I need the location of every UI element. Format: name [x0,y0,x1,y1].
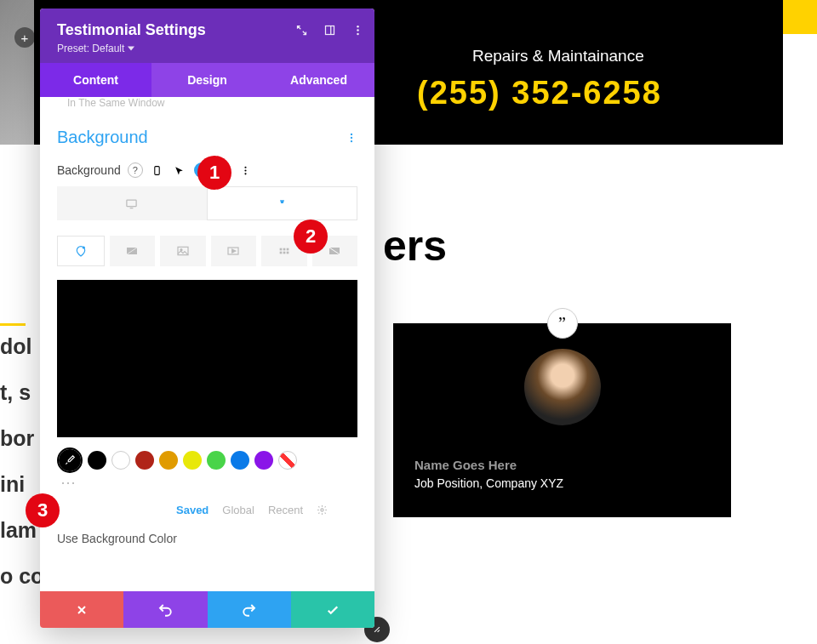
svg-point-6 [351,136,352,138]
hover-icon[interactable] [172,162,187,178]
header-phone: (255) 352-6258 [417,75,662,111]
bg-type-color[interactable] [57,236,105,266]
palette-settings-icon[interactable] [317,504,328,516]
annotation-3: 3 [26,493,60,527]
responsive-desktop[interactable] [57,186,207,220]
responsive-icon[interactable] [150,162,165,178]
snap-icon[interactable] [323,24,336,37]
more-swatches-icon[interactable]: ⋯ [60,473,357,492]
svg-point-4 [357,33,359,36]
swatch-row [57,447,357,473]
tab-design[interactable]: Design [151,63,263,97]
bg-type-image[interactable] [160,236,206,266]
svg-point-11 [245,173,247,174]
svg-point-2 [357,26,359,28]
svg-point-14 [83,247,84,248]
eyedropper-button[interactable] [57,447,83,473]
color-preview[interactable] [57,280,357,437]
redo-button[interactable] [208,591,291,628]
svg-rect-21 [286,248,289,251]
svg-point-26 [321,509,323,511]
swatch-transparent[interactable] [278,451,297,470]
use-background-color-label: Use Background Color [57,532,357,545]
section-title-background[interactable]: Background [57,128,148,147]
add-section-button[interactable]: + [14,27,35,48]
swatch-orange[interactable] [159,451,178,470]
svg-rect-8 [155,166,159,174]
swatch-black[interactable] [88,451,106,470]
swatch-red[interactable] [135,451,154,470]
panel-tabs: Content Design Advanced [40,63,374,97]
bg-type-gradient[interactable] [110,236,156,266]
header-tagline: Repairs & Maintainance [472,47,644,66]
svg-point-3 [357,29,359,31]
testimonial-name: Name Goes Here [414,458,517,472]
help-icon[interactable]: ? [128,162,143,178]
svg-rect-19 [279,248,282,251]
preset-selector[interactable]: Preset: Default [57,43,357,54]
link-target-dropdown[interactable]: In The Same Window [57,97,357,112]
svg-rect-20 [283,248,285,251]
panel-footer [40,591,374,628]
svg-rect-23 [283,252,285,254]
testimonial-job: Job Position, Company XYZ [414,476,563,490]
svg-point-9 [245,166,247,168]
field-label-background: Background [57,163,121,177]
save-button[interactable] [291,591,374,628]
svg-rect-24 [286,252,289,254]
subtab-global[interactable]: Global [222,504,254,516]
annotation-1: 1 [197,156,231,190]
annotation-2: 2 [294,219,328,254]
testimonial-avatar [524,349,601,425]
swatch-yellow[interactable] [183,451,202,470]
more-icon[interactable] [351,24,364,37]
settings-panel: Testimonial Settings Preset: Default Con… [40,9,374,628]
svg-point-10 [245,169,247,171]
subtab-recent[interactable]: Recent [268,504,303,516]
swatch-green[interactable] [207,451,226,470]
bg-type-video[interactable] [211,236,257,266]
responsive-tabs [57,186,357,220]
tab-advanced[interactable]: Advanced [263,63,374,97]
swatch-purple[interactable] [254,451,273,470]
subtab-saved[interactable]: Saved [176,504,209,516]
palette-subtabs: Saved Global Recent [57,504,357,516]
svg-rect-22 [279,252,282,254]
testimonial-card[interactable]: ” Name Goes Here Job Position, Company X… [393,323,731,517]
responsive-sticky[interactable] [207,186,358,220]
svg-point-7 [351,140,352,141]
hero-image-slice [0,0,34,145]
section-menu-icon[interactable] [346,132,357,144]
field-more-icon[interactable] [238,162,254,178]
swatch-blue[interactable] [231,451,249,470]
cancel-button[interactable] [40,591,123,628]
svg-rect-12 [127,200,136,207]
panel-header[interactable]: Testimonial Settings Preset: Default [40,9,374,63]
page-heading-fragment: ers [383,221,447,271]
svg-rect-0 [326,26,334,35]
expand-icon[interactable] [295,24,308,37]
svg-point-5 [351,133,352,134]
tab-content[interactable]: Content [40,63,151,97]
swatch-white[interactable] [111,451,130,470]
undo-button[interactable] [123,591,207,628]
quote-icon: ” [547,308,578,339]
